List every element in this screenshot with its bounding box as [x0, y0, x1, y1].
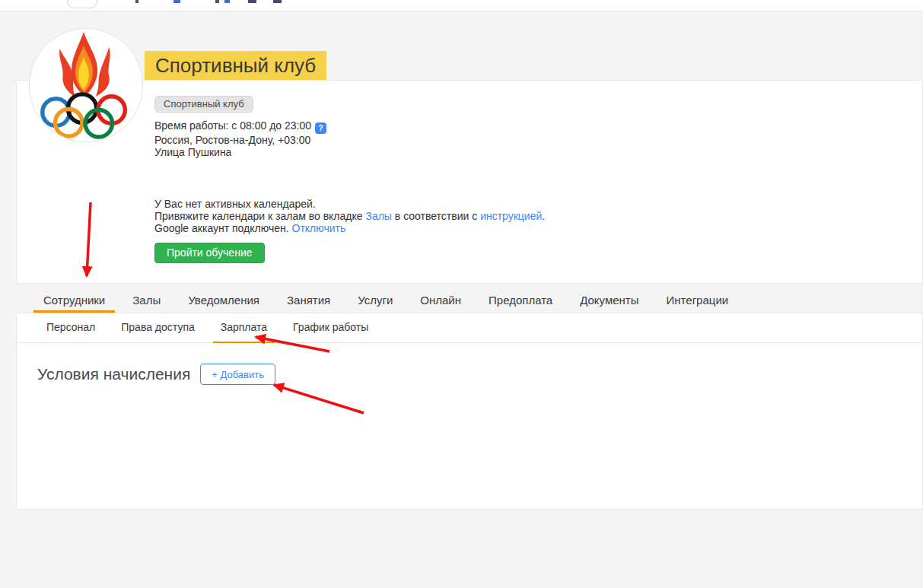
- club-title: Спортивный клуб: [145, 51, 326, 80]
- tab-integrations[interactable]: Интеграции: [657, 291, 739, 313]
- topbar-text-fragment: [273, 0, 282, 3]
- sub-tabs: Персонал Права доступа Зарплата График р…: [17, 313, 922, 343]
- tab-services[interactable]: Услуги: [348, 291, 403, 313]
- salary-content-row: Условия начисления + Добавить: [17, 343, 922, 385]
- calendar-attach-line: Привяжите календари к залам во вкладке З…: [154, 210, 545, 222]
- club-address-line: Улица Пушкина: [154, 146, 326, 158]
- club-logo: [29, 28, 143, 142]
- subtab-salary[interactable]: Зарплата: [213, 313, 275, 343]
- google-account-line: Google аккаунт подключен. Отключить: [154, 222, 545, 234]
- subtab-work-schedule[interactable]: График работы: [285, 313, 376, 343]
- topbar-text-fragment: [224, 0, 230, 3]
- topbar-text-fragment: [173, 0, 180, 3]
- calendar-attach-prefix: Привяжите календари к залам во вкладке: [154, 210, 365, 222]
- google-status-text: Google аккаунт подключен.: [154, 222, 292, 234]
- tab-notifications[interactable]: Уведомления: [178, 291, 269, 313]
- club-profile-card: [16, 80, 923, 284]
- tab-halls[interactable]: Залы: [123, 291, 170, 313]
- topbar: [0, 0, 923, 11]
- club-hours-text: Время работы: с 08:00 до 23:00: [154, 119, 311, 132]
- training-button[interactable]: Пройти обучение: [154, 243, 265, 263]
- tab-classes[interactable]: Занятия: [277, 291, 340, 313]
- tab-employees[interactable]: Сотрудники: [33, 291, 115, 313]
- tab-prepayment[interactable]: Предоплата: [479, 291, 562, 313]
- calendar-no-active-line: У Вас нет активных календарей.: [154, 198, 545, 210]
- disconnect-link[interactable]: Отключить: [292, 222, 346, 234]
- subtab-personnel[interactable]: Персонал: [39, 313, 103, 343]
- tab-documents[interactable]: Документы: [570, 291, 648, 313]
- topbar-text-fragment: [215, 0, 219, 3]
- club-location-line: Россия, Ростов-на-Дону, +03:00: [154, 134, 326, 146]
- accrual-conditions-heading: Условия начисления: [37, 365, 190, 383]
- topbar-text-fragment: [248, 0, 256, 3]
- instruction-link[interactable]: инструкцией: [480, 210, 542, 222]
- halls-link[interactable]: Залы: [365, 210, 391, 222]
- club-type-badge: Спортивный клуб: [154, 96, 253, 113]
- topbar-text-fragment: [135, 0, 138, 3]
- club-hours-line: Время работы: с 08:00 до 23:00?: [154, 119, 326, 134]
- add-accrual-condition-button[interactable]: + Добавить: [200, 364, 275, 385]
- subtab-access-rights[interactable]: Права доступа: [113, 313, 202, 343]
- main-tabs: Сотрудники Залы Уведомления Занятия Услу…: [33, 291, 738, 313]
- calendar-status-block: У Вас нет активных календарей. Привяжите…: [154, 198, 545, 234]
- employees-section-card: Персонал Права доступа Зарплата График р…: [16, 313, 923, 510]
- olympic-flame-rings-icon: [30, 29, 142, 141]
- calendar-attach-suffix: .: [542, 210, 545, 222]
- tab-online[interactable]: Онлайн: [410, 291, 471, 313]
- help-icon[interactable]: ?: [315, 122, 326, 134]
- club-info-block: Время работы: с 08:00 до 23:00? Россия, …: [154, 119, 326, 158]
- topbar-button-fragment[interactable]: [67, 0, 97, 8]
- calendar-attach-middle: в соответствии с: [392, 210, 480, 222]
